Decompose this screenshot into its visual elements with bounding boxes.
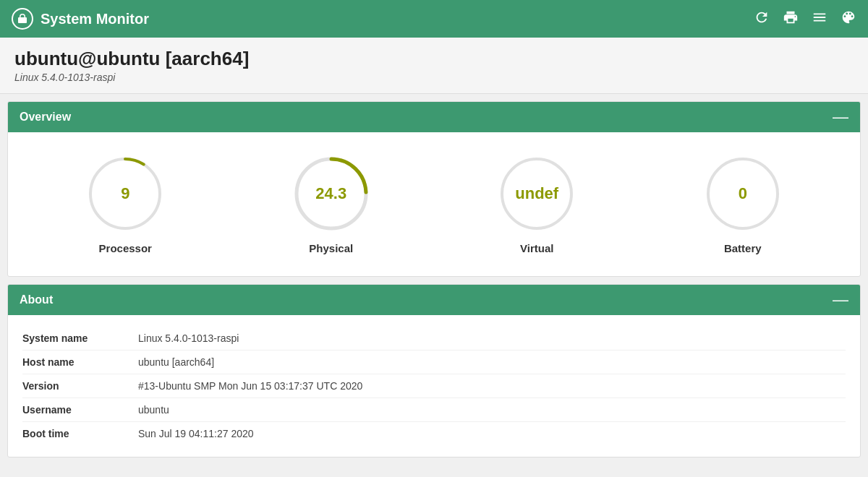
about-key: Username	[22, 404, 138, 416]
about-row: Boot timeSun Jul 19 04:11:27 2020	[22, 422, 846, 445]
gauge-circle-physical: 24.3	[292, 154, 371, 233]
about-section: About — System nameLinux 5.4.0-1013-rasp…	[7, 284, 861, 457]
about-key: System name	[22, 332, 138, 344]
about-value: ubuntu [aarch64]	[138, 356, 214, 368]
about-collapse-button[interactable]: —	[833, 292, 848, 308]
gauge-label-processor: Processor	[99, 242, 152, 254]
gauge-value-battery: 0	[739, 184, 747, 203]
header-actions	[754, 9, 856, 29]
about-row: Host nameubuntu [aarch64]	[22, 351, 846, 374]
about-row: Version#13-Ubuntu SMP Mon Jun 15 03:17:3…	[22, 374, 846, 398]
about-value: ubuntu	[138, 404, 169, 416]
about-content: System nameLinux 5.4.0-1013-raspiHost na…	[8, 315, 860, 457]
overview-header: Overview —	[8, 102, 860, 132]
about-value: Linux 5.4.0-1013-raspi	[138, 332, 239, 344]
system-info: ubuntu@ubuntu [aarch64] Linux 5.4.0-1013…	[0, 38, 868, 94]
about-title: About	[20, 293, 53, 306]
gauge-circle-virtual: undef	[497, 154, 576, 233]
gauge-physical: 24.3Physical	[292, 154, 371, 254]
gauge-label-battery: Battery	[724, 242, 762, 254]
print-icon[interactable]	[783, 9, 799, 29]
app-header: System Monitor	[0, 0, 868, 38]
overview-content: 9Processor24.3PhysicalundefVirtual0Batte…	[8, 132, 860, 276]
overview-section: Overview — 9Processor24.3PhysicalundefVi…	[7, 101, 861, 277]
refresh-icon[interactable]	[754, 9, 770, 29]
system-hostname: ubuntu@ubuntu [aarch64]	[14, 48, 854, 70]
gauge-virtual: undefVirtual	[497, 154, 576, 254]
about-key: Boot time	[22, 428, 138, 439]
about-key: Version	[22, 380, 138, 392]
gauge-processor: 9Processor	[85, 154, 165, 254]
header-left: System Monitor	[12, 8, 149, 30]
about-value: Sun Jul 19 04:11:27 2020	[138, 428, 254, 439]
app-icon	[12, 8, 33, 30]
gauge-value-physical: 24.3	[315, 184, 346, 203]
overview-title: Overview	[20, 111, 71, 124]
about-header: About —	[8, 285, 860, 315]
gauge-value-processor: 9	[121, 184, 129, 203]
app-title: System Monitor	[41, 11, 149, 27]
gauge-circle-processor: 9	[85, 154, 165, 233]
theme-icon[interactable]	[841, 9, 856, 29]
overview-collapse-button[interactable]: —	[833, 109, 848, 125]
gauge-value-virtual: undef	[515, 184, 558, 203]
about-row: Usernameubuntu	[22, 398, 846, 422]
gauge-circle-battery: 0	[703, 154, 783, 233]
about-value: #13-Ubuntu SMP Mon Jun 15 03:17:37 UTC 2…	[138, 380, 362, 392]
gauge-battery: 0Battery	[703, 154, 783, 254]
gauge-label-virtual: Virtual	[520, 242, 553, 254]
about-key: Host name	[22, 356, 138, 368]
system-kernel: Linux 5.4.0-1013-raspi	[14, 72, 854, 83]
gauge-label-physical: Physical	[309, 242, 353, 254]
about-row: System nameLinux 5.4.0-1013-raspi	[22, 327, 846, 351]
menu-icon[interactable]	[812, 9, 827, 29]
